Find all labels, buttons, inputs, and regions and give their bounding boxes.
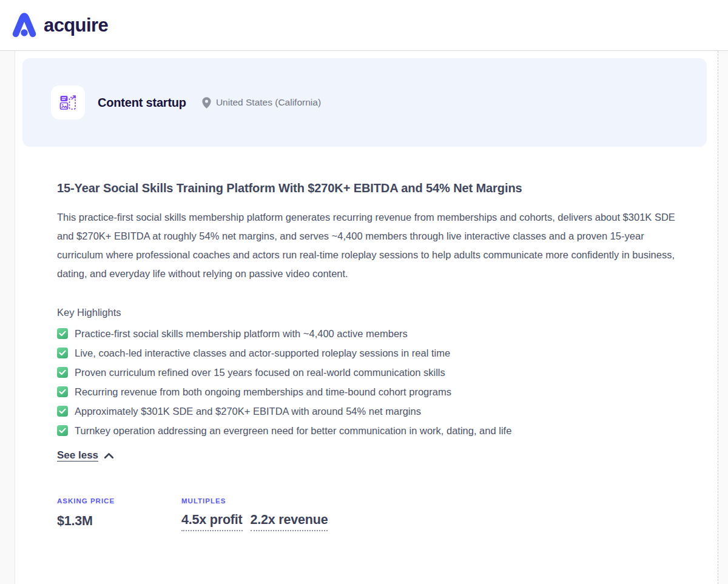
check-icon <box>57 406 68 417</box>
asking-price-block: ASKING PRICE $1.3M <box>57 497 181 531</box>
key-highlights-title: Key Highlights <box>57 307 680 318</box>
highlight-text: Turnkey operation addressing an evergree… <box>75 425 511 437</box>
listing-location-text: United States (California) <box>216 97 321 108</box>
page-left-gutter <box>0 51 15 584</box>
highlight-text: Recurring revenue from both ongoing memb… <box>75 386 451 398</box>
check-icon <box>57 328 68 339</box>
key-highlights-list: Practice-first social skills membership … <box>57 324 680 440</box>
listing-location: United States (California) <box>201 96 321 109</box>
see-less-label: See less <box>57 449 98 461</box>
check-icon <box>57 386 68 397</box>
highlight-item: Live, coach-led interactive classes and … <box>57 343 680 363</box>
chevron-up-icon <box>104 452 114 459</box>
listing-banner: Content startup United States (Californi… <box>22 58 707 147</box>
highlight-text: Live, coach-led interactive classes and … <box>75 347 450 359</box>
profit-multiple-value[interactable]: 4.5x profit <box>181 512 243 531</box>
map-pin-icon <box>201 96 212 109</box>
acquire-logo-text: acquire <box>44 15 108 36</box>
highlight-text: Practice-first social skills membership … <box>75 328 408 340</box>
content-blocks-icon <box>59 93 77 112</box>
check-icon <box>57 367 68 378</box>
listing-description: This practice-first social skills member… <box>57 208 680 283</box>
check-icon <box>57 425 68 436</box>
see-less-toggle[interactable]: See less <box>57 449 114 461</box>
multiples-label: MULTIPLES <box>181 497 328 505</box>
listing-metrics: ASKING PRICE $1.3M MULTIPLES 4.5x profit… <box>57 497 680 531</box>
asking-price-value: $1.3M <box>57 514 181 529</box>
highlight-item: Practice-first social skills membership … <box>57 324 680 343</box>
highlight-text: Approximately $301K SDE and $270K+ EBITD… <box>75 406 421 417</box>
asking-price-label: ASKING PRICE <box>57 497 181 505</box>
listing-content: Content startup United States (Californi… <box>15 51 718 584</box>
check-icon <box>57 347 68 358</box>
highlight-text: Proven curriculum refined over 15 years … <box>75 367 445 378</box>
listing-headline: 15-Year Social Skills Training Platform … <box>57 181 680 195</box>
highlight-item: Turnkey operation addressing an evergree… <box>57 421 680 440</box>
listing-type-title: Content startup <box>98 96 186 110</box>
highlight-item: Approximately $301K SDE and $270K+ EBITD… <box>57 401 680 421</box>
multiples-block: MULTIPLES 4.5x profit 2.2x revenue <box>181 497 328 531</box>
revenue-multiple-value[interactable]: 2.2x revenue <box>251 512 328 531</box>
listing-type-tile <box>51 86 85 119</box>
highlight-item: Proven curriculum refined over 15 years … <box>57 363 680 382</box>
top-navbar: acquire <box>0 0 728 51</box>
acquire-logo[interactable]: acquire <box>10 13 108 38</box>
vertical-scrollbar[interactable] <box>718 51 728 584</box>
acquire-logo-icon <box>10 13 38 38</box>
highlight-item: Recurring revenue from both ongoing memb… <box>57 382 680 401</box>
